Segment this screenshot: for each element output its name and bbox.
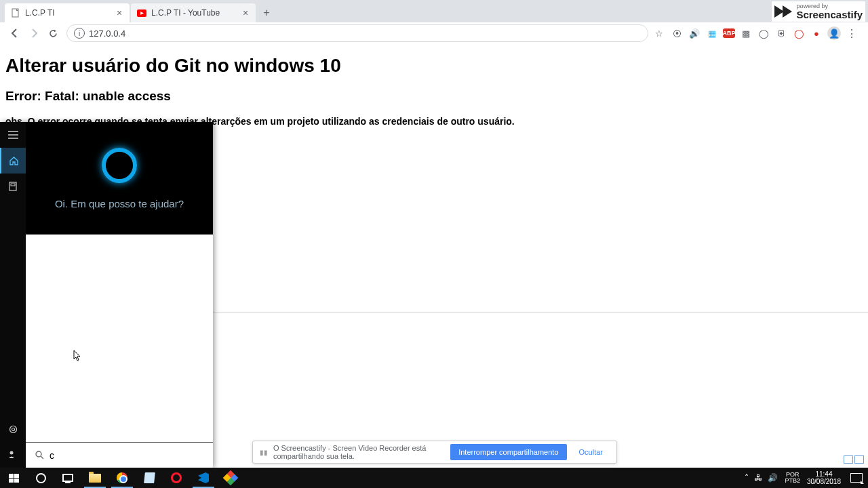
mouse-cursor-icon — [73, 350, 81, 362]
chrome-menu-icon[interactable]: ⋮ — [845, 26, 859, 40]
abp-icon[interactable]: ABP — [723, 28, 735, 38]
svg-point-4 — [9, 426, 16, 432]
info-icon[interactable]: i — [74, 28, 85, 39]
youtube-icon — [136, 7, 147, 18]
rail-feedback-button[interactable] — [0, 442, 26, 468]
url-input[interactable]: i 127.0.0.4 — [66, 24, 648, 42]
rail-settings-button[interactable] — [0, 416, 26, 442]
rail-notebook-button[interactable] — [0, 174, 26, 199]
browser-chrome: L.C.P TI × L.C.P TI - YouTube × + i 127.… — [0, 0, 868, 44]
address-bar: i 127.0.0.4 ☆ ⦿ 🔊 ▦ ABP ▩ ◯ ⛨ ◯ ● 👤 ⋮ — [0, 22, 868, 44]
search-icon — [35, 451, 44, 460]
opera-ext-icon[interactable]: ◯ — [792, 26, 806, 40]
action-center-icon[interactable] — [850, 473, 863, 483]
start-button[interactable] — [0, 468, 27, 488]
svg-point-7 — [36, 451, 41, 457]
start-menu: Oi. Em que posso te ajudar? — [0, 122, 213, 468]
chrome-button[interactable] — [108, 468, 136, 488]
forward-button[interactable] — [24, 24, 43, 43]
svg-point-6 — [10, 451, 14, 455]
cortana-header: Oi. Em que posso te ajudar? — [26, 122, 213, 235]
start-body: Oi. Em que posso te ajudar? — [26, 122, 213, 468]
svg-line-8 — [41, 456, 43, 459]
tray-network-icon[interactable]: 🖧 — [754, 473, 762, 483]
circle-icon[interactable]: ◯ — [757, 26, 770, 40]
screencastify-logo-icon — [774, 4, 793, 19]
vscode-button[interactable] — [190, 468, 217, 488]
tab-youtube[interactable]: L.C.P TI - YouTube × — [131, 3, 256, 22]
page-subtitle: Error: Fatal: unable access — [5, 89, 863, 104]
sharing-banner: ▮▮ O Screencastify - Screen Video Record… — [252, 441, 617, 464]
rail-menu-button[interactable] — [0, 122, 26, 148]
stop-sharing-button[interactable]: Interromper compartilhamento — [450, 444, 566, 460]
start-results-area — [26, 235, 213, 442]
avatar-icon[interactable]: 👤 — [827, 26, 841, 40]
taskbar-right: ˄ 🖧 🔊 POR PTB2 11:44 30/08/2018 — [741, 468, 868, 488]
cortana-greeting: Oi. Em que posso te ajudar? — [55, 198, 184, 209]
clock-time: 11:44 — [807, 470, 841, 478]
start-rail — [0, 122, 26, 468]
new-tab-button[interactable]: + — [257, 3, 276, 22]
extension-icons: ☆ ⦿ 🔊 ▦ ABP ▩ ◯ ⛨ ◯ ● 👤 ⋮ — [652, 26, 863, 40]
svg-point-5 — [12, 428, 14, 430]
page-title: Alterar usuário do Git no windows 10 — [5, 55, 863, 77]
clock-date: 30/08/2018 — [807, 478, 841, 485]
url-text: 127.0.0.4 — [89, 28, 125, 39]
tray-up-icon[interactable]: ˄ — [745, 473, 749, 483]
close-icon[interactable]: × — [115, 8, 124, 18]
shield-icon[interactable]: ⛨ — [774, 26, 788, 40]
tab-strip: L.C.P TI × L.C.P TI - YouTube × + — [0, 0, 868, 22]
language-indicator[interactable]: POR PTB2 — [782, 472, 803, 484]
rec-icon[interactable]: ● — [810, 26, 823, 40]
screencastify-badge: powered by Screencastify — [772, 1, 865, 22]
hide-banner-button[interactable]: Ocultar — [572, 444, 610, 460]
close-icon[interactable]: × — [241, 8, 250, 18]
qr-icon[interactable]: ▩ — [739, 26, 753, 40]
taskview-button[interactable] — [54, 468, 81, 488]
screencastify-label: Screencastify — [796, 9, 863, 20]
todo-icon[interactable]: ▦ — [705, 26, 719, 40]
start-search-row[interactable] — [26, 442, 213, 468]
pause-icon[interactable]: ▮▮ — [260, 449, 268, 456]
start-search-input[interactable] — [50, 450, 203, 461]
view-mode-icons[interactable] — [844, 455, 864, 464]
sourcetree-button[interactable] — [217, 468, 244, 488]
speaker-icon[interactable]: 🔊 — [688, 26, 701, 40]
star-icon[interactable]: ☆ — [652, 26, 666, 40]
taskbar-left — [0, 468, 244, 488]
tab-title: L.C.P TI - YouTube — [151, 8, 241, 18]
taskbar: ˄ 🖧 🔊 POR PTB2 11:44 30/08/2018 — [0, 468, 868, 488]
clock[interactable]: 11:44 30/08/2018 — [803, 470, 845, 485]
rail-home-button[interactable] — [0, 148, 26, 174]
explorer-button[interactable] — [81, 468, 108, 488]
lang-line2: PTB2 — [785, 478, 800, 484]
tab-lcpti[interactable]: L.C.P TI × — [5, 3, 130, 22]
system-tray[interactable]: ˄ 🖧 🔊 — [741, 473, 782, 483]
page-icon — [10, 7, 21, 18]
cortana-ring-icon — [102, 148, 137, 183]
svg-rect-3 — [11, 184, 15, 186]
cortana-button[interactable] — [27, 468, 54, 488]
opera-button[interactable] — [163, 468, 190, 488]
tray-volume-icon[interactable]: 🔊 — [768, 473, 778, 483]
location-icon[interactable]: ⦿ — [670, 26, 684, 40]
back-button[interactable] — [5, 24, 24, 43]
sharing-message: O Screencastify - Screen Video Recorder … — [273, 444, 450, 460]
notepad-button[interactable] — [136, 468, 163, 488]
reload-button[interactable] — [43, 24, 62, 43]
tab-title: L.C.P TI — [25, 8, 115, 18]
